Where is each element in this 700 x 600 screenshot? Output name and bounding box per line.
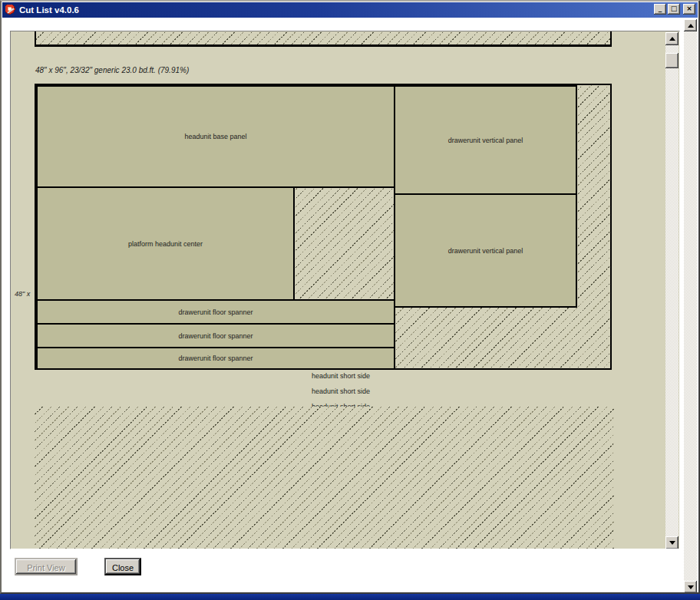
close-window-button[interactable]: × <box>683 4 695 15</box>
cut-sheet: headunit base panel drawerunit vertical … <box>35 84 612 370</box>
overflow-label-headunit-short-side-2: headunit short side <box>264 387 418 395</box>
scroll-down-icon[interactable] <box>665 536 679 549</box>
part-label: platform headunit center <box>128 240 203 248</box>
part-drawerunit-vertical-panel-2: drawerunit vertical panel <box>394 193 577 308</box>
clipped-sheet-dimension-label: 48" x <box>15 290 30 298</box>
sheet-info-label: 48" x 96", 23/32" generic 23.0 bd.ft. (7… <box>35 66 189 74</box>
part-label: drawerunit vertical panel <box>448 247 523 255</box>
app-saw-icon[interactable] <box>5 5 16 15</box>
scroll-down-icon[interactable] <box>684 581 697 593</box>
scroll-up-icon[interactable] <box>684 19 697 31</box>
cutlist-window: Cut List v4.0.6 _ □ × 48" x 96", 23/32" … <box>0 0 700 594</box>
scrollbar-track[interactable] <box>665 45 679 536</box>
part-label: drawerunit vertical panel <box>448 137 523 144</box>
window-vertical-scrollbar[interactable] <box>684 19 697 593</box>
scrollbar-track[interactable] <box>684 31 697 581</box>
part-platform-headunit-center: platform headunit center <box>36 186 295 301</box>
window-controls: _ □ × <box>654 4 695 15</box>
next-sheet-waste-area <box>35 407 614 549</box>
cut-layout-preview: 48" x 96", 23/32" generic 23.0 bd.ft. (7… <box>10 31 680 549</box>
minimize-button[interactable]: _ <box>654 4 666 15</box>
part-drawerunit-vertical-panel-1: drawerunit vertical panel <box>394 85 577 195</box>
part-label: drawerunit floor spanner <box>178 354 253 362</box>
part-drawerunit-floor-spanner-3: drawerunit floor spanner <box>36 347 395 370</box>
print-view-button[interactable]: Print View <box>15 558 78 575</box>
overflow-label-headunit-short-side-1: headunit short side <box>264 372 418 380</box>
close-button[interactable]: Close <box>104 558 141 575</box>
window-title: Cut List v4.0.6 <box>19 5 79 15</box>
scroll-up-icon[interactable] <box>665 32 679 45</box>
scrollbar-thumb[interactable] <box>665 53 679 68</box>
maximize-button[interactable]: □ <box>668 4 680 15</box>
part-label: drawerunit floor spanner <box>178 308 253 316</box>
desktop-edge <box>0 594 700 600</box>
part-label: drawerunit floor spanner <box>178 332 253 340</box>
part-drawerunit-floor-spanner-1: drawerunit floor spanner <box>36 299 395 325</box>
part-drawerunit-floor-spanner-2: drawerunit floor spanner <box>36 323 395 348</box>
titlebar[interactable]: Cut List v4.0.6 _ □ × <box>2 2 698 18</box>
previous-sheet-waste-strip <box>35 31 612 47</box>
part-label: headunit base panel <box>184 133 246 140</box>
part-headunit-base-panel: headunit base panel <box>36 85 395 188</box>
preview-vertical-scrollbar[interactable] <box>665 32 679 549</box>
